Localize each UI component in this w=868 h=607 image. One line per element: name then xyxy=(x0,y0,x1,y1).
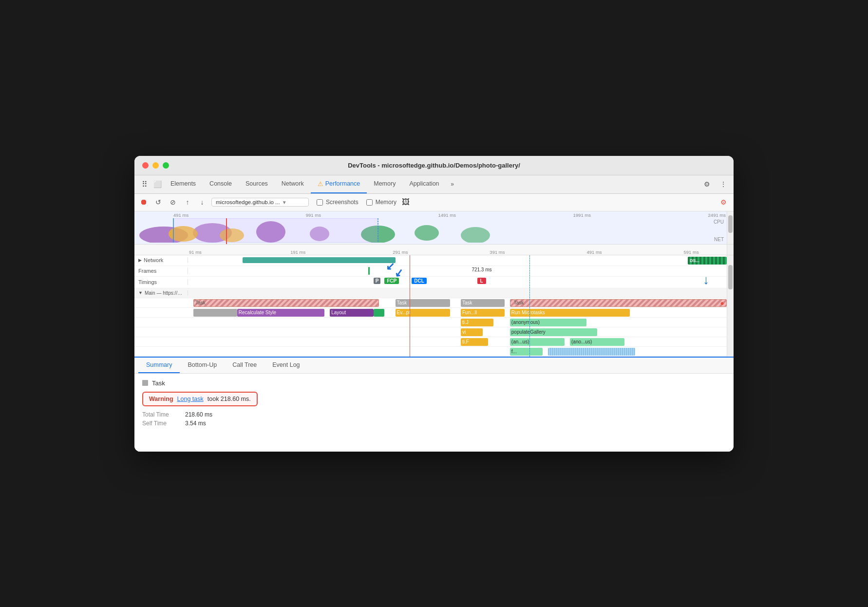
task-bar-1[interactable]: Task xyxy=(193,299,379,307)
screenshots-checkbox-group: Screenshots xyxy=(317,199,359,206)
network-bar-1 xyxy=(243,257,396,263)
devtools-device-icon[interactable]: ⬜ xyxy=(151,178,164,190)
url-dropdown-icon[interactable]: ▼ xyxy=(282,200,287,205)
vi-bar[interactable]: vi xyxy=(461,328,483,336)
devtools-tab-bar: ⠿ ⬜ Elements Console Sources Network ⚠ P… xyxy=(134,175,734,194)
tick-191: 191 ms xyxy=(290,249,305,255)
tab-bottom-up[interactable]: Bottom-Up xyxy=(180,358,225,373)
devtools-icons: ⚙ ⋮ xyxy=(700,178,730,190)
an-us-bar[interactable]: (an...us) xyxy=(510,338,565,346)
sub-task-row-1: Recalculate Style Layout Ev...pt Fun...l… xyxy=(134,308,734,318)
settings-icon[interactable]: ⚙ xyxy=(700,178,713,190)
self-time-label: Self Time xyxy=(142,420,181,427)
frames-row-content: 721.3 ms xyxy=(188,266,734,276)
performance-area: 491 ms 991 ms 1491 ms 1991 ms 2491 ms xyxy=(134,211,734,452)
populate-gallery-bar[interactable]: populateGallery xyxy=(510,328,597,336)
tab-memory[interactable]: Memory xyxy=(367,175,402,193)
warning-label: Warning xyxy=(149,396,173,402)
minimize-button[interactable] xyxy=(152,162,159,169)
task-row-1: Task Task Task Task ● xyxy=(134,298,734,308)
tick-91: 91 ms xyxy=(189,249,202,255)
red-marker-line xyxy=(226,218,227,245)
traffic-lights xyxy=(142,162,169,169)
main-thread-label: ▼ Main — https://micro... xyxy=(134,290,188,296)
task-bar-2[interactable]: Task xyxy=(396,299,450,307)
tab-sources[interactable]: Sources xyxy=(239,175,275,193)
memory-checkbox-group: Memory xyxy=(366,199,396,206)
devtools-inspect-icon[interactable]: ⠿ xyxy=(138,178,151,190)
tab-summary[interactable]: Summary xyxy=(138,358,180,373)
screenshot-capture-icon[interactable]: 🖼 xyxy=(400,197,411,208)
warning-icon: ⚠ xyxy=(318,180,323,188)
sub-task-row-4: ti.F (an...us) (ano...us) xyxy=(134,337,734,347)
bottom-tabs-bar: Summary Bottom-Up Call Tree Event Log xyxy=(134,357,734,374)
ano-us-bar[interactable]: (ano...us) xyxy=(570,338,624,346)
timeline-rows: ▶ Network DS... Frames 721.3 ms xyxy=(134,255,734,357)
ds-bar: DS... xyxy=(688,257,727,265)
network-row-content: DS... xyxy=(188,255,734,266)
tick-491: 491 ms xyxy=(586,249,602,255)
green-bar-small xyxy=(374,309,384,317)
timing-l-marker: L xyxy=(477,278,486,284)
layout-bar[interactable]: Layout xyxy=(330,309,374,317)
performance-toolbar: ⏺ ↺ ⊘ ↑ ↓ microsoftedge.github.io ... ▼ … xyxy=(134,194,734,211)
tab-application[interactable]: Application xyxy=(402,175,446,193)
network-label: ▶ Network xyxy=(134,257,188,263)
fun-bar[interactable]: Fun...ll xyxy=(461,309,505,317)
frames-label: Frames xyxy=(134,268,188,274)
sub-task-row-3: vi populateGallery xyxy=(134,327,734,337)
clear-button[interactable]: ⊘ xyxy=(168,197,178,208)
ruler-scrollbar xyxy=(727,245,734,255)
screenshots-label: Screenshots xyxy=(326,199,359,206)
overview-scrollbar-thumb[interactable] xyxy=(728,215,733,233)
sub-task-row-4-content: ti.F (an...us) (ano...us) xyxy=(188,337,734,346)
cpu-overview-chart xyxy=(134,218,726,243)
tab-performance[interactable]: ⚠ Performance xyxy=(311,175,367,193)
tick-391: 391 ms xyxy=(490,249,505,255)
ti-j-bar[interactable]: ti.J xyxy=(461,319,493,326)
more-options-icon[interactable]: ⋮ xyxy=(717,178,730,190)
title-bar: DevTools - microsoftedge.github.io/Demos… xyxy=(134,156,734,175)
gray-task-bar xyxy=(193,309,237,317)
frame-marker xyxy=(368,267,370,275)
long-task-link[interactable]: Long task xyxy=(177,396,204,402)
more-tabs-icon[interactable]: » xyxy=(446,178,459,190)
record-button[interactable]: ⏺ xyxy=(138,197,149,208)
timings-row: Timings P FCP DCL L xyxy=(134,277,734,288)
sub-task-row-3-content: vi populateGallery xyxy=(188,327,734,337)
run-microtasks-bar[interactable]: Run Microtasks xyxy=(510,309,630,317)
reload-button[interactable]: ↺ xyxy=(153,197,164,208)
tab-elements[interactable]: Elements xyxy=(164,175,203,193)
overview-tick-2491: 2491 ms xyxy=(708,212,726,218)
overview-scrollbar[interactable] xyxy=(727,211,734,244)
overview-tick-491: 491 ms xyxy=(173,212,189,218)
overview-tick-1491: 1491 ms xyxy=(438,212,456,218)
tab-call-tree[interactable]: Call Tree xyxy=(225,358,264,373)
striped-bars xyxy=(548,348,635,356)
sub-task-row-5: f... xyxy=(134,347,734,357)
tab-network[interactable]: Network xyxy=(275,175,311,193)
url-text: microsoftedge.github.io ... xyxy=(216,199,280,205)
download-button[interactable]: ↓ xyxy=(197,197,208,208)
task-color-indicator xyxy=(142,380,148,386)
timeline-scrollbar-thumb[interactable] xyxy=(728,265,733,289)
tick-591: 591 ms xyxy=(684,249,699,255)
upload-button[interactable]: ↑ xyxy=(182,197,193,208)
memory-checkbox[interactable] xyxy=(366,199,373,206)
screenshots-checkbox[interactable] xyxy=(317,199,323,206)
recalc-style-bar[interactable]: Recalculate Style xyxy=(237,309,324,317)
close-button[interactable] xyxy=(142,162,149,169)
f-bar[interactable]: f... xyxy=(510,348,543,356)
tab-console[interactable]: Console xyxy=(203,175,239,193)
maximize-button[interactable] xyxy=(163,162,169,169)
blue-arrow-1: ↙ xyxy=(386,260,395,273)
ev-bar[interactable]: Ev...pt xyxy=(396,309,450,317)
ti-f-bar[interactable]: ti.F xyxy=(461,338,488,346)
task-bar-4-long[interactable]: Task ● xyxy=(510,299,727,307)
settings-perf-icon[interactable]: ⚙ xyxy=(717,196,730,209)
timeline-scrollbar[interactable] xyxy=(727,255,734,357)
total-time-row: Total Time 218.60 ms xyxy=(142,411,726,418)
tab-event-log[interactable]: Event Log xyxy=(264,358,307,373)
task-bar-3[interactable]: Task xyxy=(461,299,505,307)
anonymous-bar[interactable]: (anonymous) xyxy=(510,319,586,326)
